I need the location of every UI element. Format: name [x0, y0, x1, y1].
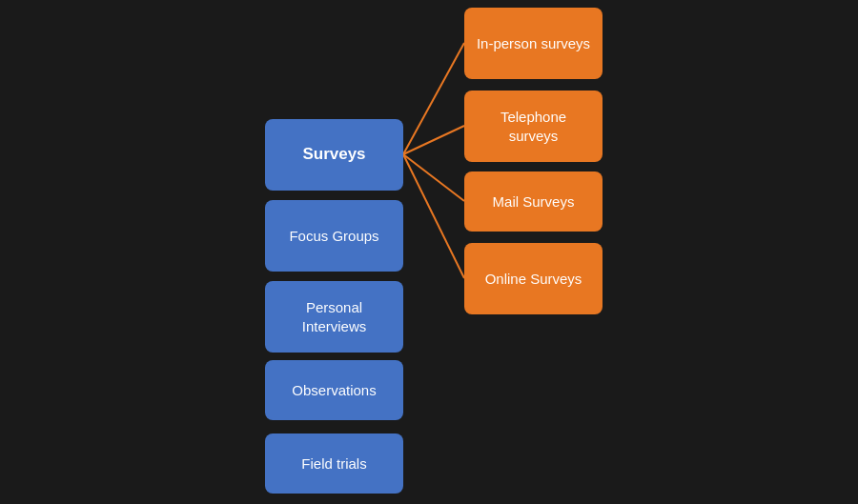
diagram-container: Surveys Focus Groups Personal Interviews…	[0, 0, 858, 504]
telephone-surveys-box: Telephone surveys	[464, 91, 603, 162]
svg-line-2	[403, 154, 464, 201]
personal-interviews-box: Personal Interviews	[265, 281, 403, 353]
observations-box: Observations	[265, 360, 403, 420]
svg-line-3	[403, 154, 464, 278]
in-person-surveys-box: In-person surveys	[464, 8, 603, 79]
field-trials-box: Field trials	[265, 433, 403, 494]
connectors-svg	[0, 0, 858, 504]
svg-line-0	[403, 43, 464, 154]
mail-surveys-box: Mail Surveys	[464, 171, 603, 232]
online-surveys-box: Online Surveys	[464, 243, 603, 314]
surveys-box: Surveys	[265, 119, 403, 191]
svg-line-1	[403, 126, 464, 154]
focus-groups-box: Focus Groups	[265, 200, 403, 272]
